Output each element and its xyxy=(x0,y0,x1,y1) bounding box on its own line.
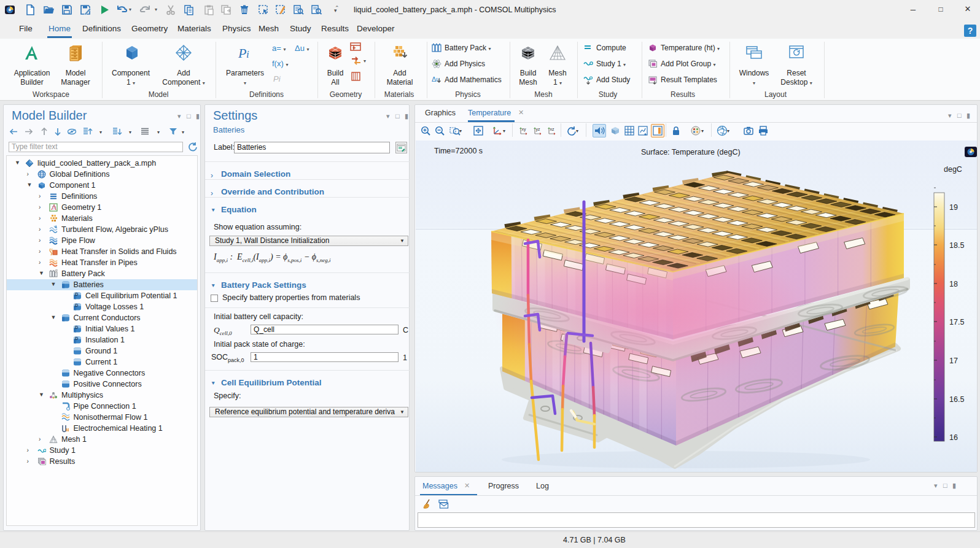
svg-text:16: 16 xyxy=(949,433,958,442)
svg-text:i: i xyxy=(246,48,249,60)
svg-text:16.5: 16.5 xyxy=(949,395,964,404)
svg-text:P: P xyxy=(238,45,246,61)
svg-text:D: D xyxy=(75,292,78,296)
svg-text:D: D xyxy=(75,325,78,330)
svg-text:19: 19 xyxy=(949,203,958,212)
svg-text:xz: xz xyxy=(550,127,555,131)
svg-text:D: D xyxy=(75,303,78,307)
svg-text:17.5: 17.5 xyxy=(949,318,964,326)
svg-text:yz: yz xyxy=(536,127,541,132)
svg-text:xy: xy xyxy=(522,127,527,132)
svg-text:D: D xyxy=(75,336,78,341)
svg-text:18.5: 18.5 xyxy=(949,241,964,250)
svg-text:18: 18 xyxy=(949,280,958,288)
svg-text:17: 17 xyxy=(949,357,958,365)
